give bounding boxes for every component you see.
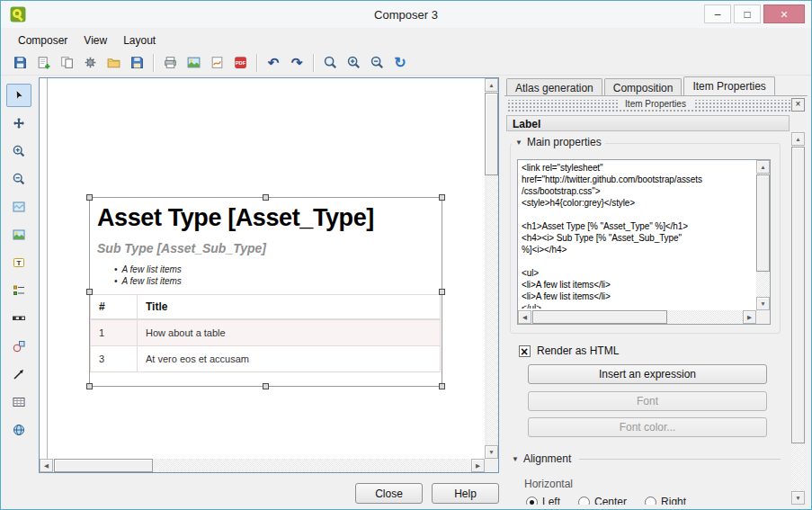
zoom-in-button[interactable]: [342, 51, 365, 74]
dock-titlebar[interactable]: Item Properties ×: [507, 100, 804, 112]
dock-close-button[interactable]: ×: [791, 98, 805, 112]
scroll-up-button[interactable]: ▲: [485, 78, 498, 92]
main-toolbar: PDF ↶ ↷ ↻: [1, 50, 811, 76]
scroll-right-button[interactable]: ▶: [471, 459, 485, 472]
scrollbar-thumb[interactable]: [54, 459, 153, 472]
tab-item-properties[interactable]: Item Properties: [683, 76, 774, 95]
save-project-button[interactable]: [8, 51, 31, 74]
alignment-header[interactable]: ▼ Alignment: [512, 452, 781, 465]
canvas-vertical-scrollbar[interactable]: ▲ ▼: [485, 78, 498, 459]
insert-expression-button[interactable]: Insert an expression: [528, 364, 767, 384]
undo-button[interactable]: ↶: [262, 51, 285, 74]
zoom-in-tool[interactable]: [6, 139, 31, 163]
composition-page[interactable]: Asset Type [Asset_Type] Sub Type [Asset_…: [48, 78, 485, 459]
add-map-tool[interactable]: [6, 195, 31, 219]
font-button[interactable]: Font: [528, 391, 767, 411]
font-color-button[interactable]: Font color...: [528, 417, 767, 437]
help-button[interactable]: Help: [432, 483, 499, 504]
alignment-radio-left[interactable]: Left: [526, 496, 560, 505]
properties-scroll-area: ▼ Main properties <link rel="stylesheet"…: [506, 132, 790, 505]
scroll-down-button[interactable]: ▼: [791, 491, 805, 505]
resize-handle[interactable]: [439, 289, 445, 295]
render-as-html-checkbox[interactable]: [519, 345, 531, 357]
add-scalebar-tool[interactable]: [6, 307, 31, 330]
alignment-radio-right[interactable]: Right: [645, 496, 686, 505]
add-label-tool[interactable]: T: [6, 251, 31, 274]
close-button[interactable]: Close: [355, 483, 423, 504]
add-arrow-tool[interactable]: [6, 362, 31, 386]
magnifier-plus-icon: [12, 144, 26, 158]
export-image-button[interactable]: [182, 51, 205, 74]
refresh-view-button[interactable]: ↻: [388, 51, 412, 74]
zoom-full-button[interactable]: [318, 51, 342, 74]
menu-composer[interactable]: Composer: [10, 31, 76, 50]
scroll-up-button[interactable]: ▲: [756, 160, 770, 174]
svg-file-icon: [210, 55, 225, 70]
label-heading: Asset Type [Asset_Type]: [97, 204, 434, 232]
canvas-viewport[interactable]: Asset Type [Asset_Type] Sub Type [Asset_…: [40, 78, 485, 459]
undo-icon: ↶: [268, 56, 280, 69]
add-attribute-table-tool[interactable]: [6, 390, 31, 414]
zoom-out-tool[interactable]: [6, 167, 31, 191]
redo-button[interactable]: ↷: [285, 51, 308, 74]
add-legend-tool[interactable]: [6, 279, 31, 302]
resize-handle[interactable]: [439, 194, 445, 201]
radio-dot-icon: [526, 497, 538, 506]
minimize-button[interactable]: –: [704, 4, 731, 23]
resize-handle[interactable]: [86, 289, 93, 295]
alignment-radio-center[interactable]: Center: [578, 496, 627, 505]
html-source-text[interactable]: <link rel="stylesheet" href="http://twit…: [522, 162, 754, 309]
scrollbar-thumb[interactable]: [791, 147, 805, 443]
html-source-editor[interactable]: <link rel="stylesheet" href="http://twit…: [517, 159, 771, 325]
menu-view[interactable]: View: [76, 31, 115, 50]
scroll-down-button[interactable]: ▼: [485, 445, 498, 459]
zoom-out-button[interactable]: [365, 51, 388, 74]
table-row: 3 At vero eos et accusam: [91, 346, 441, 372]
radio-label: Center: [594, 496, 627, 505]
export-pdf-button[interactable]: PDF: [228, 51, 252, 74]
duplicate-composer-button[interactable]: [55, 51, 78, 74]
resize-handle[interactable]: [86, 194, 93, 201]
shapes-icon: [12, 339, 26, 353]
composition-canvas[interactable]: Asset Type [Asset_Type] Sub Type [Asset_…: [39, 77, 499, 473]
folder-icon: [106, 55, 121, 70]
alignment-title: Alignment: [523, 452, 571, 465]
tab-atlas-generation[interactable]: Atlas generation: [506, 78, 602, 95]
export-svg-button[interactable]: [205, 51, 228, 74]
print-button[interactable]: [158, 51, 182, 74]
main-properties-header[interactable]: ▼ Main properties: [512, 136, 605, 148]
select-move-item-tool[interactable]: [6, 84, 31, 107]
editor-horizontal-scrollbar[interactable]: ◀ ▶: [518, 310, 756, 324]
tab-composition[interactable]: Composition: [604, 78, 683, 95]
new-composer-button[interactable]: [31, 51, 55, 74]
scroll-right-button[interactable]: ▶: [743, 310, 756, 324]
add-html-frame-tool[interactable]: [6, 418, 31, 442]
composer-manager-button[interactable]: [78, 51, 102, 74]
scroll-down-button[interactable]: ▼: [756, 297, 770, 310]
panel-vertical-scrollbar[interactable]: ▲ ▼: [791, 132, 805, 505]
canvas-horizontal-scrollbar[interactable]: ◀ ▶: [40, 459, 485, 472]
resize-handle[interactable]: [263, 383, 269, 389]
load-template-button[interactable]: [102, 51, 125, 74]
add-shape-tool[interactable]: [6, 335, 31, 358]
editor-vertical-scrollbar[interactable]: ▲ ▼: [756, 160, 770, 310]
scrollbar-thumb[interactable]: [532, 310, 667, 324]
scroll-left-button[interactable]: ◀: [518, 310, 531, 324]
menu-layout[interactable]: Layout: [115, 31, 164, 50]
save-template-button[interactable]: [125, 51, 148, 74]
scroll-left-button[interactable]: ◀: [40, 459, 53, 472]
move-item-content-tool[interactable]: [6, 112, 31, 135]
scrollbar-thumb[interactable]: [756, 174, 770, 272]
maximize-button[interactable]: □: [734, 4, 761, 23]
scrollbar-thumb[interactable]: [485, 93, 498, 175]
add-image-tool[interactable]: [6, 223, 31, 246]
resize-handle[interactable]: [86, 383, 93, 389]
zoom-out-icon: [370, 55, 385, 70]
close-window-button[interactable]: ×: [763, 4, 805, 23]
resize-handle[interactable]: [439, 383, 445, 389]
titlebar[interactable]: Composer 3 – □ ×: [1, 1, 811, 28]
radio-label: Left: [542, 496, 560, 505]
resize-handle[interactable]: [263, 194, 269, 201]
scroll-up-button[interactable]: ▲: [791, 132, 805, 146]
label-item[interactable]: Asset Type [Asset_Type] Sub Type [Asset_…: [89, 197, 442, 387]
